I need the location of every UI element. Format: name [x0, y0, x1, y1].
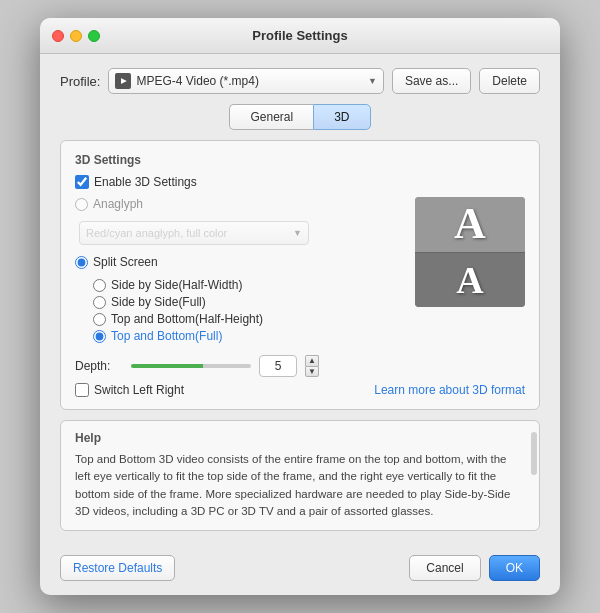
three-d-section-title: 3D Settings [75, 153, 525, 167]
profile-value: MPEG-4 Video (*.mp4) [136, 74, 259, 88]
titlebar: Profile Settings [40, 18, 560, 54]
content-area: Profile: ▶ MPEG-4 Video (*.mp4) ▼ Save a… [40, 54, 560, 545]
anaglyph-dropdown-row: Red/cyan anaglyph, full color ▼ [79, 221, 403, 245]
profile-icon: ▶ [115, 73, 131, 89]
anaglyph-label: Anaglyph [93, 197, 143, 211]
switch-row: Switch Left Right Learn more about 3D fo… [75, 383, 525, 397]
profile-dropdown[interactable]: ▶ MPEG-4 Video (*.mp4) ▼ [108, 68, 383, 94]
side-by-side-full-label: Side by Side(Full) [111, 295, 206, 309]
dropdown-arrow-icon: ▼ [368, 76, 377, 86]
help-title: Help [75, 431, 525, 445]
top-bottom-full-row: Top and Bottom(Full) [93, 329, 403, 343]
footer-right: Cancel OK [409, 555, 540, 581]
top-bottom-half-radio[interactable] [93, 313, 106, 326]
side-by-side-half-row: Side by Side(Half-Width) [93, 278, 403, 292]
3d-preview: A A [415, 197, 525, 307]
preview-bottom-letter: A [456, 261, 483, 299]
tabs-row: General 3D [60, 104, 540, 130]
anaglyph-row: Anaglyph [75, 197, 403, 211]
profile-select-wrapper: ▶ MPEG-4 Video (*.mp4) ▼ [108, 68, 383, 94]
top-bottom-half-row: Top and Bottom(Half-Height) [93, 312, 403, 326]
split-screen-options: Side by Side(Half-Width) Side by Side(Fu… [93, 278, 403, 343]
switch-lr-checkbox[interactable] [75, 383, 89, 397]
footer: Restore Defaults Cancel OK [40, 545, 560, 595]
three-d-settings-box: 3D Settings Enable 3D Settings Anaglyph [60, 140, 540, 410]
switch-left-right-row: Switch Left Right [75, 383, 184, 397]
three-d-content: Anaglyph Red/cyan anaglyph, full color ▼ [75, 197, 525, 343]
tab-3d[interactable]: 3D [313, 104, 370, 130]
side-by-side-full-radio[interactable] [93, 296, 106, 309]
anaglyph-dropdown[interactable]: Red/cyan anaglyph, full color ▼ [79, 221, 309, 245]
top-bottom-full-radio[interactable] [93, 330, 106, 343]
save-as-button[interactable]: Save as... [392, 68, 471, 94]
top-bottom-half-label: Top and Bottom(Half-Height) [111, 312, 263, 326]
preview-top-letter: A [454, 202, 486, 246]
split-screen-label: Split Screen [93, 255, 158, 269]
preview-top: A [415, 197, 525, 253]
ok-button[interactable]: OK [489, 555, 540, 581]
help-box: Help Top and Bottom 3D video consists of… [60, 420, 540, 531]
traffic-lights [52, 30, 100, 42]
anaglyph-dropdown-arrow-icon: ▼ [293, 228, 302, 238]
profile-row: Profile: ▶ MPEG-4 Video (*.mp4) ▼ Save a… [60, 68, 540, 94]
anaglyph-radio-row: Anaglyph [75, 197, 143, 211]
learn-more-link[interactable]: Learn more about 3D format [374, 383, 525, 397]
scrollbar[interactable] [531, 432, 537, 476]
enable-3d-label: Enable 3D Settings [94, 175, 197, 189]
side-by-side-full-row: Side by Side(Full) [93, 295, 403, 309]
anaglyph-dropdown-value: Red/cyan anaglyph, full color [86, 227, 227, 239]
profile-label: Profile: [60, 74, 100, 89]
depth-value: 5 [259, 355, 297, 377]
side-by-side-half-label: Side by Side(Half-Width) [111, 278, 242, 292]
tab-general[interactable]: General [229, 104, 313, 130]
depth-slider[interactable] [131, 364, 251, 368]
restore-defaults-button[interactable]: Restore Defaults [60, 555, 175, 581]
switch-lr-label: Switch Left Right [94, 383, 184, 397]
maximize-button[interactable] [88, 30, 100, 42]
anaglyph-radio[interactable] [75, 198, 88, 211]
split-screen-header: Split Screen [75, 255, 403, 269]
preview-bottom: A [415, 253, 525, 308]
delete-button[interactable]: Delete [479, 68, 540, 94]
close-button[interactable] [52, 30, 64, 42]
side-by-side-half-radio[interactable] [93, 279, 106, 292]
depth-stepper: ▲ ▼ [305, 355, 319, 377]
depth-decrement-button[interactable]: ▼ [305, 366, 319, 377]
enable-3d-row: Enable 3D Settings [75, 175, 525, 189]
cancel-button[interactable]: Cancel [409, 555, 480, 581]
three-d-left-panel: Anaglyph Red/cyan anaglyph, full color ▼ [75, 197, 403, 343]
top-bottom-full-label: Top and Bottom(Full) [111, 329, 222, 343]
depth-label: Depth: [75, 359, 123, 373]
depth-increment-button[interactable]: ▲ [305, 355, 319, 366]
profile-settings-window: Profile Settings Profile: ▶ MPEG-4 Video… [40, 18, 560, 595]
split-screen-radio[interactable] [75, 256, 88, 269]
depth-row: Depth: 5 ▲ ▼ [75, 347, 525, 377]
enable-3d-checkbox[interactable] [75, 175, 89, 189]
minimize-button[interactable] [70, 30, 82, 42]
help-text: Top and Bottom 3D video consists of the … [75, 451, 525, 520]
window-title: Profile Settings [252, 28, 347, 43]
